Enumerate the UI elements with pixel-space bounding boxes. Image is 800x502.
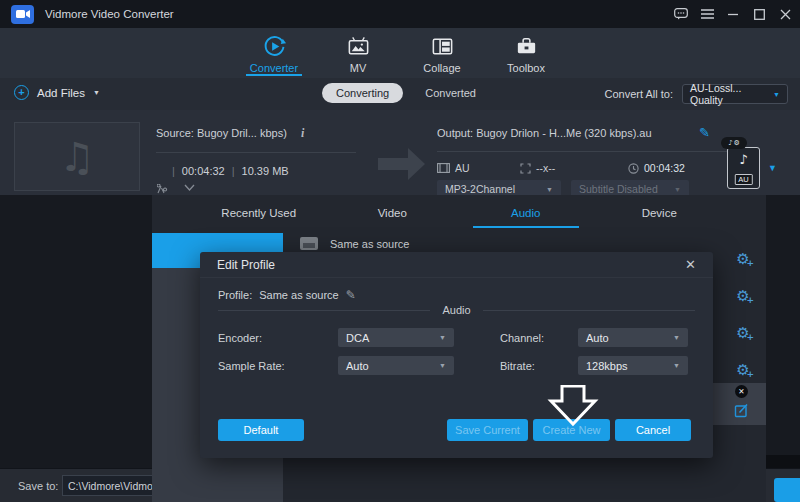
tutorial-down-arrow-icon [545,385,601,427]
output-duration: 00:04:32 [644,162,685,174]
sample-rate-dropdown[interactable]: Auto ▼ [338,356,454,375]
sample-rate-label: Sample Rate: [218,360,285,372]
channel-dropdown[interactable]: Auto ▼ [578,328,688,347]
resolution-icon [520,163,531,174]
profile-row: Profile: Same as source ✎ [218,288,356,302]
add-icon: + [14,85,29,100]
bitrate-dropdown[interactable]: 128kbps ▼ [578,356,688,375]
edit-profile-name-icon[interactable]: ✎ [346,288,356,302]
mv-icon [346,34,371,59]
source-size: 10.39 MB [242,165,289,177]
tab-collage-label: Collage [423,62,460,74]
tab-collage[interactable]: Collage [414,28,470,78]
custom-profile-gear-icon[interactable]: ⚙+ [733,287,753,307]
audio-format-badge-icon: ♪⚙ [721,137,747,149]
convert-all-button-partial[interactable] [774,478,800,502]
output-file-icon[interactable]: ♪ AU [727,147,760,189]
tab-mv[interactable]: MV [330,28,386,78]
subtitle-caret-icon: ▼ [674,186,681,193]
title-bar: Vidmore Video Converter [0,0,800,28]
maximize-icon[interactable] [752,7,766,21]
app-logo-icon [11,5,34,24]
menu-icon[interactable] [700,7,714,21]
bitrate-label: Bitrate: [500,360,535,372]
tab-toolbox[interactable]: Toolbox [498,28,554,78]
audio-thumbnail: ♫ [14,122,140,191]
profile-label: Profile: [218,289,252,301]
convert-all-label: Convert All to: [605,88,673,100]
tab-converter-label: Converter [250,62,298,74]
channel-value: Auto [586,332,609,344]
tab-toolbox-label: Toolbox [507,62,545,74]
toolbox-icon [514,34,539,59]
remove-profile-icon[interactable]: ✕ [735,385,748,398]
file-note-icon: ♪ [728,152,759,167]
clip-tools-icons[interactable] [157,184,195,194]
output-resolution-info: --x-- [520,162,555,174]
sample-rate-value: Auto [346,360,369,372]
save-current-button[interactable]: Save Current [447,419,528,441]
format-item-label: Same as source [330,238,409,250]
converter-icon [262,34,287,59]
format-panel-tabs: Recently Used Video Audio Device [152,195,766,233]
toolbar: + Add Files ▼ Converting Converted Conve… [0,78,800,110]
source-duration: 00:04:32 [182,165,225,177]
cancel-button[interactable]: Cancel [615,419,691,441]
cut-icon [157,184,168,194]
close-window-icon[interactable] [778,7,792,21]
profile-value: Same as source [259,289,338,301]
tab-mv-label: MV [350,62,367,74]
output-resolution: --x-- [536,162,555,174]
file-item-row: ♫ Source: Bugoy Dril... kbps) i | 00:04:… [0,110,800,195]
bitrate-value: 128kbps [586,360,628,372]
channel-label: Channel: [500,332,544,344]
convert-all-value: AU-Lossl... Quality [690,82,773,106]
film-icon [437,163,450,173]
edit-profile-icon[interactable] [734,403,749,418]
app-window: Vidmore Video Converter [0,0,800,502]
channel-caret-icon: ▼ [673,334,680,341]
dialog-header: Edit Profile ✕ [200,252,713,278]
music-note-icon: ♫ [59,134,95,180]
encoder-caret-icon: ▼ [439,334,446,341]
info-icon[interactable]: i [301,126,304,141]
format-caret-icon[interactable]: ▼ [768,163,777,173]
tab-converting[interactable]: Converting [322,83,403,103]
feedback-icon[interactable] [674,7,688,21]
output-format-info: AU [437,162,470,174]
format-tab-recently-used[interactable]: Recently Used [192,195,326,233]
minimize-icon[interactable] [726,7,740,21]
tab-converter[interactable]: Converter [246,28,302,78]
encoder-value: DCA [346,332,369,344]
add-files-caret-icon[interactable]: ▼ [93,89,100,96]
convert-all-caret-icon: ▼ [773,91,780,98]
rename-output-icon[interactable]: ✎ [699,125,710,140]
format-tab-device[interactable]: Device [593,195,727,233]
audio-section-title: Audio [442,304,470,316]
default-button[interactable]: Default [218,419,304,441]
edit-profile-dialog: Edit Profile ✕ Profile: Same as source ✎… [200,252,713,458]
add-files-button[interactable]: + Add Files ▼ [14,85,100,100]
dialog-close-icon[interactable]: ✕ [685,257,696,272]
source-divider [156,152,356,153]
meta-divider: | [232,165,235,177]
tab-converted[interactable]: Converted [425,87,476,99]
audio-section-separator: Audio [218,304,695,316]
output-divider [437,151,750,152]
output-duration-info: 00:04:32 [628,162,685,174]
flow-arrow-icon [378,158,408,170]
format-tab-video[interactable]: Video [326,195,460,233]
audio-profile-value: MP3-2Channel [445,183,515,195]
subtitle-value: Subtitle Disabled [579,183,658,195]
bitrate-caret-icon: ▼ [673,362,680,369]
encoder-dropdown[interactable]: DCA ▼ [338,328,454,347]
convert-all-dropdown[interactable]: AU-Lossl... Quality ▼ [682,84,788,104]
flow-arrow-head [408,148,425,180]
custom-profile-gear-icon[interactable]: ⚙+ [733,324,753,344]
file-ext-badge: AU [734,174,752,185]
expand-toggle-icon [184,184,195,192]
custom-profile-gear-icon[interactable]: ⚙+ [733,361,753,381]
custom-profile-gear-icon[interactable]: ⚙+ [733,250,753,270]
format-tab-audio[interactable]: Audio [459,195,593,233]
format-list-item-same-as-source[interactable]: Same as source [300,237,409,250]
